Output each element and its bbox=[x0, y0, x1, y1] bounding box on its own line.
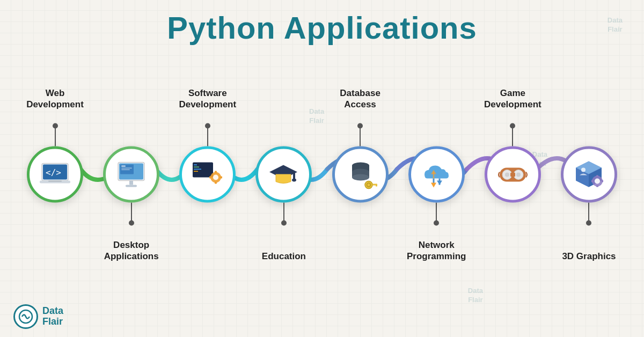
svg-rect-35 bbox=[376, 184, 377, 187]
logo-text: Data Flair bbox=[42, 306, 63, 327]
circle-education bbox=[255, 146, 312, 203]
nodes-row: WebDevelopment </> bbox=[11, 146, 633, 203]
label-3d-graphics: 3D Graphics bbox=[562, 250, 616, 261]
svg-rect-12 bbox=[126, 185, 137, 187]
icon-game bbox=[495, 157, 530, 192]
svg-rect-55 bbox=[596, 186, 598, 187]
icon-3d bbox=[572, 157, 606, 192]
logo-icon bbox=[13, 304, 38, 329]
node-desktop-applications: DesktopApplications bbox=[103, 146, 159, 203]
circle-database-access bbox=[332, 146, 389, 203]
svg-marker-39 bbox=[437, 181, 442, 185]
svg-point-19 bbox=[213, 175, 218, 180]
label-desktop-applications: DesktopApplications bbox=[104, 239, 159, 262]
svg-rect-16 bbox=[194, 169, 201, 170]
svg-rect-25 bbox=[293, 172, 295, 180]
label-game-development: GameDevelopment bbox=[484, 87, 541, 111]
icon-web: </> bbox=[38, 157, 72, 192]
circle-game-development bbox=[485, 146, 541, 203]
node-network-programming: NetworkProgramming bbox=[408, 146, 465, 203]
svg-point-26 bbox=[292, 179, 296, 182]
logo: Data Flair bbox=[13, 304, 63, 329]
svg-rect-56 bbox=[591, 180, 593, 182]
node-game-development: GameDevelopment bbox=[485, 146, 541, 203]
svg-text:</>: </> bbox=[46, 167, 61, 178]
icon-software bbox=[190, 157, 225, 192]
label-web-development: WebDevelopment bbox=[26, 87, 84, 111]
label-education: Education bbox=[262, 250, 306, 261]
circle-web-development: </> bbox=[27, 146, 83, 203]
svg-rect-23 bbox=[220, 177, 222, 179]
svg-rect-21 bbox=[215, 182, 217, 184]
icon-network bbox=[419, 157, 454, 192]
svg-rect-45 bbox=[510, 173, 515, 177]
svg-rect-10 bbox=[121, 170, 130, 171]
node-web-development: WebDevelopment </> bbox=[27, 146, 83, 203]
logo-name: Data bbox=[42, 306, 63, 317]
svg-point-46 bbox=[505, 173, 509, 177]
watermark-1: DataFlair bbox=[608, 16, 623, 34]
icon-education bbox=[266, 157, 301, 192]
label-database-access: DatabaseAccess bbox=[340, 87, 380, 111]
svg-point-58 bbox=[581, 168, 586, 172]
svg-rect-15 bbox=[194, 167, 199, 168]
svg-rect-8 bbox=[121, 166, 126, 167]
svg-point-53 bbox=[595, 179, 600, 184]
node-education: Education bbox=[255, 146, 312, 203]
logo-svg bbox=[18, 309, 34, 325]
svg-rect-20 bbox=[215, 171, 217, 173]
svg-point-32 bbox=[365, 181, 372, 189]
icon-desktop bbox=[114, 157, 149, 192]
icon-database bbox=[343, 157, 378, 192]
logo-surname: Flair bbox=[42, 317, 63, 327]
svg-rect-14 bbox=[194, 165, 197, 166]
label-software-development: SoftwareDevelopment bbox=[179, 87, 236, 111]
svg-rect-54 bbox=[596, 175, 598, 177]
svg-point-47 bbox=[516, 173, 521, 177]
node-database-access: DatabaseAccess bbox=[332, 146, 389, 203]
diagram: WebDevelopment </> bbox=[11, 51, 633, 298]
circle-3d-graphics bbox=[561, 146, 617, 203]
svg-rect-57 bbox=[602, 180, 603, 182]
node-software-development: SoftwareDevelopment bbox=[179, 146, 236, 203]
circle-software-development bbox=[179, 146, 236, 203]
svg-marker-37 bbox=[431, 183, 436, 188]
circle-network-programming bbox=[408, 146, 465, 203]
svg-rect-22 bbox=[209, 177, 211, 179]
node-3d-graphics: 3D Graphics bbox=[561, 146, 617, 203]
svg-point-31 bbox=[352, 174, 369, 181]
svg-rect-4 bbox=[48, 181, 62, 182]
circle-desktop-applications bbox=[103, 146, 159, 203]
svg-rect-9 bbox=[121, 168, 132, 169]
label-network-programming: NetworkProgramming bbox=[407, 239, 466, 262]
svg-rect-17 bbox=[194, 171, 198, 172]
svg-rect-11 bbox=[129, 181, 133, 185]
